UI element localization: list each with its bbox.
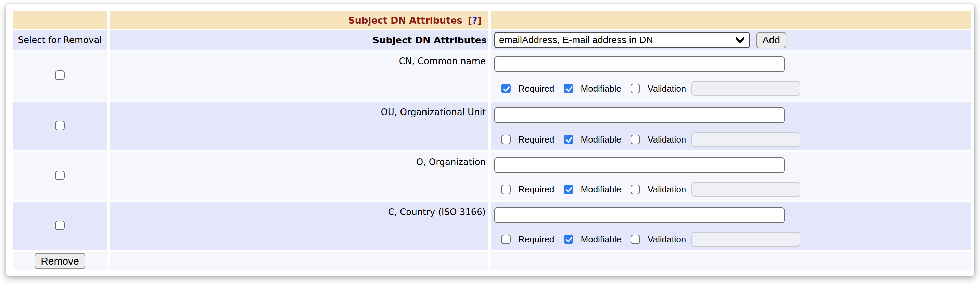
required-checkbox[interactable] [501,234,511,244]
footer-spacer-middle [110,252,488,270]
attribute-row-cn: CN, Common name Required Modifiable Vali… [13,51,972,100]
required-label: Required [518,84,555,94]
section-header-row: Subject DN Attributes[?] [13,11,972,29]
modifiable-label: Modifiable [581,184,622,195]
footer-spacer-right [491,252,972,270]
modifiable-label: Modifiable [581,234,622,245]
removal-checkbox[interactable] [55,121,65,130]
modifiable-label: Modifiable [581,84,622,94]
validation-checkbox[interactable] [630,135,640,144]
modifiable-checkbox[interactable] [564,185,573,194]
validation-label: Validation [648,184,686,195]
attribute-select[interactable]: emailAddress, E-mail address in DN [494,32,750,48]
required-checkbox[interactable] [501,84,511,93]
attribute-label: C, Country (ISO 3166) [110,202,488,250]
attribute-row-o: O, Organization Required Modifiable Vali… [13,152,972,200]
validation-label: Validation [648,135,686,145]
content-card: Subject DN Attributes[?] Select for Remo… [6,5,974,276]
validation-label: Validation [648,234,686,245]
validation-checkbox[interactable] [630,234,640,244]
help-bracket-right: ] [477,15,482,25]
attribute-value-input[interactable] [494,157,784,173]
attribute-selector-row: Select for Removal Subject DN Attributes… [13,30,972,49]
attribute-row-c: C, Country (ISO 3166) Required Modifiabl… [13,202,972,250]
attribute-label: O, Organization [110,152,488,200]
attribute-label: CN, Common name [110,51,488,100]
validation-label: Validation [648,84,686,94]
help-link[interactable]: [?] [468,15,482,25]
validation-input[interactable] [692,182,800,196]
section-title-cell: Subject DN Attributes[?] [110,11,488,29]
header-spacer-right [491,11,972,29]
attribute-value-input[interactable] [494,107,784,123]
help-question-icon: ? [472,15,477,25]
help-bracket-left: [ [468,15,472,25]
subject-dn-attributes-table: Subject DN Attributes[?] Select for Remo… [10,10,974,271]
validation-input[interactable] [692,81,800,96]
attribute-label: OU, Organizational Unit [110,102,488,150]
validation-input[interactable] [692,232,800,247]
attribute-value-input[interactable] [494,207,784,223]
required-checkbox[interactable] [501,185,511,194]
validation-checkbox[interactable] [630,84,640,93]
removal-checkbox[interactable] [55,171,65,180]
remove-button[interactable]: Remove [35,253,85,269]
attribute-row-ou: OU, Organizational Unit Required Modifia… [13,102,972,150]
required-label: Required [518,234,555,245]
select-for-removal-header: Select for Removal [13,30,107,49]
section-title: Subject DN Attributes [348,15,462,25]
validation-input[interactable] [692,132,800,147]
required-label: Required [518,135,555,145]
modifiable-checkbox[interactable] [564,84,573,93]
modifiable-label: Modifiable [581,135,622,145]
validation-checkbox[interactable] [630,185,640,194]
add-button[interactable]: Add [756,32,786,48]
attribute-select-wrap: emailAddress, E-mail address in DN [494,32,750,48]
removal-checkbox[interactable] [55,220,65,230]
required-label: Required [518,184,555,195]
modifiable-checkbox[interactable] [564,234,573,244]
removal-checkbox[interactable] [55,70,65,80]
subject-dn-attributes-label: Subject DN Attributes [110,30,488,49]
attribute-value-input[interactable] [494,56,784,72]
required-checkbox[interactable] [501,135,511,144]
footer-row: Remove [13,252,972,270]
header-spacer-left [13,11,107,29]
modifiable-checkbox[interactable] [564,135,573,144]
